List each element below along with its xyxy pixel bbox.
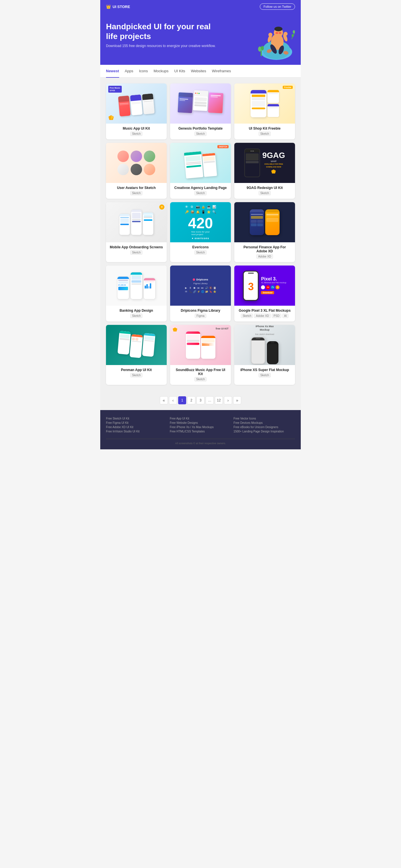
page-ellipsis: … [206,396,214,404]
card-finance[interactable]: Personal Finance App For Adobe XD Adobe … [234,202,295,262]
download-btn[interactable]: Download [261,291,274,294]
footer-link-device-mockups[interactable]: Free Devices Mockups [233,421,295,424]
card-title-penman: Penman App UI Kit [109,368,163,372]
card-tags-banking: Sketch [109,314,163,318]
footer-link-html-css[interactable]: Free HTML/CSS Templates [170,430,231,433]
svg-rect-15 [261,51,262,56]
page-last-button[interactable]: » [233,396,241,404]
tab-icons[interactable]: Icons [139,65,148,78]
page-first-button[interactable]: « [160,396,168,404]
card-title-avatars: User Avatars for Sketch [109,186,163,190]
tag-sketch-avatars: Sketch [130,191,143,195]
page-3-button[interactable]: 3 [197,396,204,404]
free-ui-kit-badge: free UI KIT [216,327,229,330]
tab-newest[interactable]: Newest [106,65,119,78]
card-iphone-xs[interactable]: Super Flat iPhone Xs / iPhone Xs Max Moc… [234,325,295,385]
page-1-button[interactable]: 1 [178,396,186,404]
card-body-iphone-xs: iPhone XS Super Flat Mockup Sketch [234,365,295,381]
free-music-badge: Free MusicUI Kit [108,86,122,93]
footer-links: Free Sketch UI Kit Free Figma UI Kit Fre… [106,417,295,434]
phones-illustration [118,93,155,117]
card-title-agency: Creativoe Agency Landing Page [174,186,227,190]
tag-adobexd-finance: Adobe XD [256,254,273,259]
tab-mockups[interactable]: Mockups [154,65,168,78]
card-title-pixel: Google Pixel 3 XL Flat Mockups [238,309,292,313]
sketch-icon [108,115,114,121]
card-genesis[interactable]: Genesis Portfolio Template Sketch [170,84,231,140]
iphone-xs-illustration: Super Flat iPhone Xs / iPhone Xs Max Moc… [248,325,281,365]
footer-link-adobe-xd[interactable]: Free Adobe XD UI Kit [106,426,168,429]
card-tags-avatars: Sketch [109,191,163,195]
page-2-button[interactable]: 2 [187,396,195,404]
footer-link-website[interactable]: Free Website Designs [170,421,231,424]
card-pixel[interactable]: 3 Pixel 3. XL Minimal and Flat mockup Sk… [234,266,295,321]
footer-link-invision[interactable]: Free InVision Studio UI Kit [106,430,168,433]
penman-illustration [113,327,159,363]
card-9gag[interactable]: ● ● ● 9GAG UI KITAVAILABLE FOR FREEDOWNL… [234,143,295,199]
tab-ui-kits[interactable]: UI Kits [174,65,185,78]
nav-tabs: Newest Apps Icons Mockups UI Kits Websit… [100,65,301,78]
logo[interactable]: 👑 UI STORE [106,4,130,9]
card-tags-dripicons: Figma [174,314,227,318]
card-image-penman [106,325,167,365]
card-body-pixel: Google Pixel 3 XL Flat Mockups Sketch Ad… [234,306,295,321]
card-title-music: Music App UI Kit [109,126,163,130]
card-tags-music: Sketch [109,132,163,136]
evericons-brand: ● evericons [192,237,209,240]
cards-grid: Free MusicUI Kit Music App UI Kit Sketch [106,84,295,385]
twitter-follow-button[interactable]: Follow us on Twitter [260,3,295,10]
tag-psd-pixel: PSD [272,314,281,318]
card-image-shop: Freebie [234,84,295,124]
footer-link-iphone-xs-mockups[interactable]: Free iPhone Xs / Xs Max Mockups [170,426,231,429]
card-tags-shop: Sketch [238,132,292,136]
footer-link-figma-ui[interactable]: Free Figma UI Kit [106,421,168,424]
card-evericons[interactable]: 👁 ⚙ 📷 🔒 💻 📊 🔑 📦 🔔 📱 ⭐ 🔍 [170,202,231,262]
card-body-genesis: Genesis Portfolio Template Sketch [170,124,231,140]
card-penman[interactable]: Penman App UI Kit Sketch [106,325,167,385]
tab-wireframes[interactable]: Wireframes [212,65,231,78]
page-prev-button[interactable]: ‹ [169,396,177,404]
svg-marker-23 [271,169,276,174]
card-shop[interactable]: Freebie [234,84,295,140]
page-12-button[interactable]: 12 [215,396,223,404]
card-agency[interactable]: SKETCH [170,143,231,199]
card-body-banking: Banking App Design Sketch [106,306,167,321]
footer-link-landing-pages[interactable]: 1500+ Landing Page Design Inspiration [233,430,295,433]
card-body-music: Music App UI Kit Sketch [106,124,167,140]
footer-col-3: Free Vector Icons Free Devices Mockups F… [233,417,295,434]
tag-sketch-banking: Sketch [130,314,143,318]
footer-link-ebooks[interactable]: Free eBooks for Unicorn Designers [233,426,295,429]
onboarding-illustration [117,207,156,238]
card-music-app[interactable]: Free MusicUI Kit Music App UI Kit Sketch [106,84,167,140]
card-image-banking: $7,265.50 [106,266,167,306]
card-banking[interactable]: $7,265.50 Banking App Design Sketch [106,266,167,321]
footer-link-sketch-ui[interactable]: Free Sketch UI Kit [106,417,168,420]
card-avatars[interactable]: User Avatars for Sketch Sketch [106,143,167,199]
soundbuzz-illustration [183,329,218,361]
icon-count-420: 420 [188,216,213,230]
banking-illustration: $7,265.50 [114,269,158,302]
card-image-avatars [106,143,167,183]
footer-link-vector-icons[interactable]: Free Vector Icons [233,417,295,420]
portfolio-illustration [177,92,223,115]
tab-apps[interactable]: Apps [125,65,133,78]
tag-sketch-soundbuzz: Sketch [195,377,207,381]
card-body-penman: Penman App UI Kit Sketch [106,365,167,381]
card-image-soundbuzz: free UI KIT [170,325,231,365]
footer-link-app-ui[interactable]: Free App UI Kit [170,417,231,420]
card-image-agency: SKETCH [170,143,231,183]
card-onboarding[interactable]: ★ Mobile App Onboarding Screens Sketch [106,202,167,262]
footer-col-1: Free Sketch UI Kit Free Figma UI Kit Fre… [106,417,168,434]
page-next-button[interactable]: › [224,396,232,404]
tag-sketch-agency: Sketch [195,191,207,195]
tag-sketch-pixel: Sketch [241,314,253,318]
svg-point-20 [292,34,294,37]
card-soundbuzz[interactable]: free UI KIT SoundBuzz Music App Free UI … [170,325,231,385]
tab-websites[interactable]: Websites [191,65,206,78]
svg-rect-5 [275,32,278,34]
card-title-9gag: 9GAG Redesign UI Kit [238,186,292,190]
card-dripicons[interactable]: Dripicons Figma Library ▶ ⏸ ⏹ ⏮ ⏭ 🔊 🔇 📋 … [170,266,231,321]
sketch-badge-agency: SKETCH [218,145,229,148]
card-tags-genesis: Sketch [174,132,227,136]
9gag-logo-text: 9GAG [262,151,285,160]
